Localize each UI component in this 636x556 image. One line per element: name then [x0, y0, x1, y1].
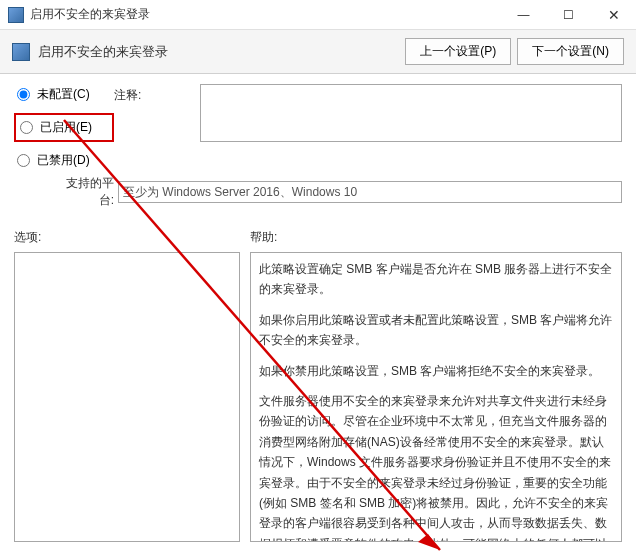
platform-label: 支持的平台:	[52, 175, 114, 209]
platform-field	[118, 181, 622, 203]
radio-disabled[interactable]: 已禁用(D)	[14, 150, 114, 171]
help-label: 帮助:	[250, 229, 277, 246]
radio-disabled-label: 已禁用(D)	[37, 152, 90, 169]
radio-not-configured[interactable]: 未配置(C)	[14, 84, 114, 105]
help-p4: 文件服务器使用不安全的来宾登录来允许对共享文件夹进行未经身份验证的访问。尽管在企…	[259, 391, 613, 542]
radio-not-configured-label: 未配置(C)	[37, 86, 90, 103]
radio-not-configured-input[interactable]	[17, 88, 30, 101]
policy-icon	[12, 43, 30, 61]
section-labels: 选项: 帮助:	[0, 215, 636, 252]
options-panel	[14, 252, 240, 542]
comment-label: 注释:	[114, 84, 194, 104]
policy-title: 启用不安全的来宾登录	[38, 43, 399, 61]
radio-enabled-label: 已启用(E)	[40, 119, 92, 136]
help-p1: 此策略设置确定 SMB 客户端是否允许在 SMB 服务器上进行不安全的来宾登录。	[259, 259, 613, 300]
minimize-button[interactable]: ―	[501, 0, 546, 30]
close-button[interactable]: ✕	[591, 0, 636, 30]
radio-enabled[interactable]: 已启用(E)	[14, 113, 114, 142]
help-p2: 如果你启用此策略设置或者未配置此策略设置，SMB 客户端将允许不安全的来宾登录。	[259, 310, 613, 351]
radio-enabled-input[interactable]	[20, 121, 33, 134]
panels: 此策略设置确定 SMB 客户端是否允许在 SMB 服务器上进行不安全的来宾登录。…	[0, 252, 636, 542]
maximize-button[interactable]: ☐	[546, 0, 591, 30]
comment-textarea[interactable]	[200, 84, 622, 142]
window-title: 启用不安全的来宾登录	[30, 6, 501, 23]
comment-row: 注释:	[114, 84, 622, 142]
previous-setting-button[interactable]: 上一个设置(P)	[405, 38, 511, 65]
help-p3: 如果你禁用此策略设置，SMB 客户端将拒绝不安全的来宾登录。	[259, 361, 613, 381]
titlebar: 启用不安全的来宾登录 ― ☐ ✕	[0, 0, 636, 30]
subheader: 启用不安全的来宾登录 上一个设置(P) 下一个设置(N)	[0, 30, 636, 74]
platform-row: 支持的平台:	[14, 175, 622, 209]
app-icon	[8, 7, 24, 23]
options-label: 选项:	[14, 229, 250, 246]
config-area: 未配置(C) 已启用(E) 已禁用(D) 注释: 支持的平台:	[0, 74, 636, 215]
radio-disabled-input[interactable]	[17, 154, 30, 167]
help-panel: 此策略设置确定 SMB 客户端是否允许在 SMB 服务器上进行不安全的来宾登录。…	[250, 252, 622, 542]
next-setting-button[interactable]: 下一个设置(N)	[517, 38, 624, 65]
state-radio-group: 未配置(C) 已启用(E) 已禁用(D)	[14, 84, 114, 171]
